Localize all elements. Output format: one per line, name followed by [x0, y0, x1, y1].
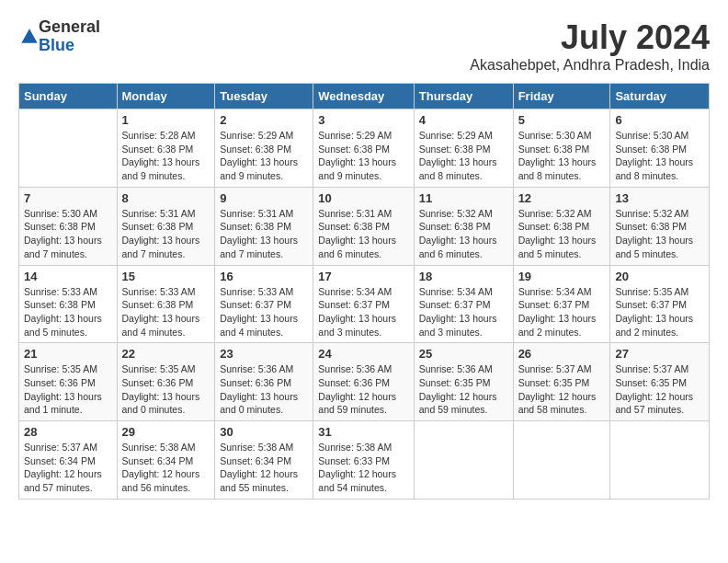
- calendar-week-row: 14Sunrise: 5:33 AMSunset: 6:38 PMDayligh…: [19, 265, 710, 343]
- column-header-sunday: Sunday: [19, 84, 118, 109]
- day-number: 10: [318, 191, 408, 205]
- calendar-cell: 28Sunrise: 5:37 AMSunset: 6:34 PMDayligh…: [19, 421, 118, 500]
- day-info: Sunrise: 5:36 AMSunset: 6:35 PMDaylight:…: [419, 362, 508, 417]
- calendar-cell: 29Sunrise: 5:38 AMSunset: 6:34 PMDayligh…: [117, 421, 215, 500]
- day-info: Sunrise: 5:31 AMSunset: 6:38 PMDaylight:…: [220, 207, 308, 261]
- calendar-cell: 25Sunrise: 5:36 AMSunset: 6:35 PMDayligh…: [414, 343, 513, 421]
- logo-text: General Blue: [39, 18, 100, 55]
- location-subtitle: Akasahebpet, Andhra Pradesh, India: [470, 57, 710, 74]
- logo-blue: Blue: [39, 37, 100, 55]
- column-header-monday: Monday: [117, 84, 215, 109]
- day-info: Sunrise: 5:30 AMSunset: 6:38 PMDaylight:…: [24, 207, 112, 261]
- calendar-cell: 26Sunrise: 5:37 AMSunset: 6:35 PMDayligh…: [513, 343, 610, 421]
- calendar-cell: 12Sunrise: 5:32 AMSunset: 6:38 PMDayligh…: [513, 187, 610, 265]
- day-info: Sunrise: 5:32 AMSunset: 6:38 PMDaylight:…: [615, 207, 704, 261]
- day-number: 22: [122, 347, 210, 361]
- day-number: 1: [122, 113, 210, 127]
- calendar-cell: 20Sunrise: 5:35 AMSunset: 6:37 PMDayligh…: [610, 265, 710, 343]
- calendar-cell: 30Sunrise: 5:38 AMSunset: 6:34 PMDayligh…: [215, 421, 313, 500]
- day-info: Sunrise: 5:35 AMSunset: 6:36 PMDaylight:…: [24, 362, 112, 417]
- day-info: Sunrise: 5:34 AMSunset: 6:37 PMDaylight:…: [419, 285, 508, 339]
- svg-marker-0: [21, 29, 37, 42]
- day-number: 17: [318, 270, 408, 283]
- calendar-cell: 14Sunrise: 5:33 AMSunset: 6:38 PMDayligh…: [19, 265, 118, 343]
- calendar-cell: 15Sunrise: 5:33 AMSunset: 6:38 PMDayligh…: [117, 265, 215, 343]
- day-info: Sunrise: 5:36 AMSunset: 6:36 PMDaylight:…: [318, 362, 408, 417]
- day-info: Sunrise: 5:34 AMSunset: 6:37 PMDaylight:…: [318, 285, 408, 339]
- day-number: 15: [122, 270, 210, 283]
- logo-icon: [20, 28, 39, 46]
- calendar-cell: 21Sunrise: 5:35 AMSunset: 6:36 PMDayligh…: [19, 343, 118, 421]
- day-info: Sunrise: 5:30 AMSunset: 6:38 PMDaylight:…: [518, 129, 606, 183]
- day-info: Sunrise: 5:28 AMSunset: 6:38 PMDaylight:…: [122, 129, 210, 183]
- calendar-cell: 5Sunrise: 5:30 AMSunset: 6:38 PMDaylight…: [513, 109, 610, 188]
- calendar-cell: 4Sunrise: 5:29 AMSunset: 6:38 PMDaylight…: [414, 109, 513, 188]
- calendar-cell: 1Sunrise: 5:28 AMSunset: 6:38 PMDaylight…: [117, 109, 215, 188]
- day-number: 24: [318, 347, 408, 361]
- day-number: 31: [318, 425, 408, 439]
- calendar-cell: 23Sunrise: 5:36 AMSunset: 6:36 PMDayligh…: [215, 343, 313, 421]
- calendar-cell: 22Sunrise: 5:35 AMSunset: 6:36 PMDayligh…: [117, 343, 215, 421]
- calendar-cell: 7Sunrise: 5:30 AMSunset: 6:38 PMDaylight…: [19, 187, 118, 265]
- calendar-cell: 3Sunrise: 5:29 AMSunset: 6:38 PMDaylight…: [313, 109, 414, 188]
- calendar-week-row: 28Sunrise: 5:37 AMSunset: 6:34 PMDayligh…: [19, 421, 710, 500]
- day-number: 14: [24, 270, 112, 283]
- day-info: Sunrise: 5:29 AMSunset: 6:38 PMDaylight:…: [318, 129, 408, 183]
- logo-general: General: [39, 18, 100, 37]
- calendar-cell: 18Sunrise: 5:34 AMSunset: 6:37 PMDayligh…: [414, 265, 513, 343]
- title-block: July 2024 Akasahebpet, Andhra Pradesh, I…: [470, 18, 710, 74]
- calendar-cell: 24Sunrise: 5:36 AMSunset: 6:36 PMDayligh…: [313, 343, 414, 421]
- day-number: 20: [615, 270, 704, 283]
- day-info: Sunrise: 5:38 AMSunset: 6:34 PMDaylight:…: [122, 441, 210, 495]
- day-number: 25: [419, 347, 508, 361]
- calendar-cell: 13Sunrise: 5:32 AMSunset: 6:38 PMDayligh…: [610, 187, 710, 265]
- day-number: 28: [24, 425, 112, 439]
- day-number: 18: [419, 270, 508, 283]
- day-info: Sunrise: 5:33 AMSunset: 6:37 PMDaylight:…: [220, 285, 308, 339]
- calendar-cell: [610, 421, 710, 500]
- day-number: 12: [518, 191, 606, 205]
- day-info: Sunrise: 5:36 AMSunset: 6:36 PMDaylight:…: [220, 362, 308, 417]
- column-header-saturday: Saturday: [610, 84, 710, 109]
- calendar-cell: 19Sunrise: 5:34 AMSunset: 6:37 PMDayligh…: [513, 265, 610, 343]
- calendar-week-row: 21Sunrise: 5:35 AMSunset: 6:36 PMDayligh…: [19, 343, 710, 421]
- day-number: 9: [220, 191, 308, 205]
- calendar-cell: 31Sunrise: 5:38 AMSunset: 6:33 PMDayligh…: [313, 421, 414, 500]
- day-info: Sunrise: 5:31 AMSunset: 6:38 PMDaylight:…: [318, 207, 408, 261]
- column-header-tuesday: Tuesday: [215, 84, 313, 109]
- day-info: Sunrise: 5:38 AMSunset: 6:33 PMDaylight:…: [318, 441, 408, 495]
- day-number: 3: [318, 113, 408, 127]
- calendar-cell: 11Sunrise: 5:32 AMSunset: 6:38 PMDayligh…: [414, 187, 513, 265]
- calendar-week-row: 7Sunrise: 5:30 AMSunset: 6:38 PMDaylight…: [19, 187, 710, 265]
- calendar-cell: [414, 421, 513, 500]
- day-info: Sunrise: 5:37 AMSunset: 6:35 PMDaylight:…: [615, 362, 704, 417]
- day-info: Sunrise: 5:38 AMSunset: 6:34 PMDaylight:…: [220, 441, 308, 495]
- page-header: General Blue July 2024 Akasahebpet, Andh…: [18, 18, 710, 74]
- month-year-title: July 2024: [470, 18, 710, 57]
- day-number: 27: [615, 347, 704, 361]
- calendar-cell: 2Sunrise: 5:29 AMSunset: 6:38 PMDaylight…: [215, 109, 313, 188]
- calendar-cell: 8Sunrise: 5:31 AMSunset: 6:38 PMDaylight…: [117, 187, 215, 265]
- calendar-cell: 27Sunrise: 5:37 AMSunset: 6:35 PMDayligh…: [610, 343, 710, 421]
- day-number: 21: [24, 347, 112, 361]
- day-number: 16: [220, 270, 308, 283]
- day-number: 7: [24, 191, 112, 205]
- day-number: 13: [615, 191, 704, 205]
- calendar-cell: [513, 421, 610, 500]
- day-info: Sunrise: 5:37 AMSunset: 6:34 PMDaylight:…: [24, 441, 112, 495]
- column-header-wednesday: Wednesday: [313, 84, 414, 109]
- day-info: Sunrise: 5:35 AMSunset: 6:36 PMDaylight:…: [122, 362, 210, 417]
- day-info: Sunrise: 5:32 AMSunset: 6:38 PMDaylight:…: [419, 207, 508, 261]
- calendar-cell: 9Sunrise: 5:31 AMSunset: 6:38 PMDaylight…: [215, 187, 313, 265]
- day-info: Sunrise: 5:30 AMSunset: 6:38 PMDaylight:…: [615, 129, 704, 183]
- day-number: 2: [220, 113, 308, 127]
- calendar-cell: 6Sunrise: 5:30 AMSunset: 6:38 PMDaylight…: [610, 109, 710, 188]
- day-number: 30: [220, 425, 308, 439]
- calendar-week-row: 1Sunrise: 5:28 AMSunset: 6:38 PMDaylight…: [19, 109, 710, 188]
- column-header-thursday: Thursday: [414, 84, 513, 109]
- day-info: Sunrise: 5:33 AMSunset: 6:38 PMDaylight:…: [122, 285, 210, 339]
- day-number: 8: [122, 191, 210, 205]
- logo: General Blue: [18, 18, 100, 55]
- day-info: Sunrise: 5:29 AMSunset: 6:38 PMDaylight:…: [419, 129, 508, 183]
- calendar-cell: 10Sunrise: 5:31 AMSunset: 6:38 PMDayligh…: [313, 187, 414, 265]
